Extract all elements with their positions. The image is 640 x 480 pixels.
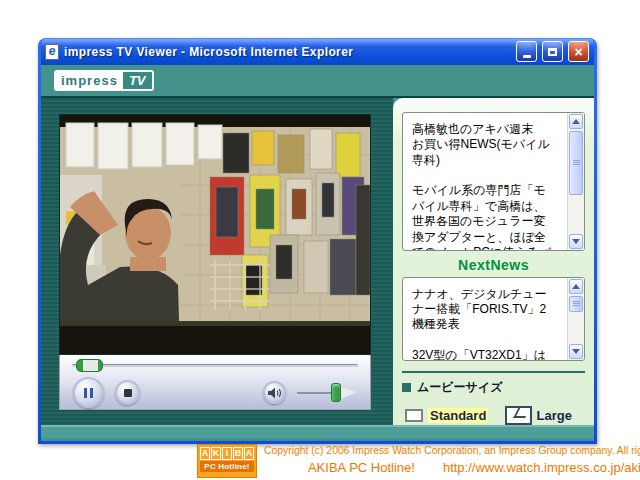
news-panel: 高橋敏也のアキバ週末 お買い得NEWS(モバイル 専科) モバイル系の専門店「モ… bbox=[393, 98, 594, 425]
seek-track[interactable] bbox=[72, 364, 358, 367]
panel-divider bbox=[402, 371, 585, 373]
next-news-label: NextNews bbox=[402, 257, 585, 273]
ie-window: e impress TV Viewer - Microsoft Internet… bbox=[38, 38, 597, 444]
pause-icon bbox=[84, 388, 93, 398]
logo-letter: I bbox=[222, 447, 232, 460]
current-news-box: 高橋敏也のアキバ週末 お買い得NEWS(モバイル 専科) モバイル系の専門店「モ… bbox=[402, 112, 585, 251]
scroll-down-button[interactable] bbox=[569, 344, 583, 359]
square-bullet-icon bbox=[402, 383, 411, 392]
arrow-down-icon bbox=[572, 239, 580, 248]
large-label: Large bbox=[537, 408, 572, 423]
minimize-button[interactable] bbox=[516, 41, 537, 62]
impress-tv-logo: impress TV bbox=[54, 70, 154, 91]
scroll-thumb[interactable] bbox=[569, 296, 583, 312]
scroll-track[interactable] bbox=[569, 295, 583, 343]
scroll-up-button[interactable] bbox=[569, 114, 583, 129]
main-area: 高橋敏也のアキバ週末 お買い得NEWS(モバイル 専科) モバイル系の専門店「モ… bbox=[41, 98, 594, 425]
window-foot-band bbox=[41, 425, 594, 441]
pause-button[interactable] bbox=[73, 377, 104, 408]
scroll-thumb[interactable] bbox=[569, 131, 583, 195]
brand-bar: impress TV bbox=[41, 65, 594, 98]
next-news-text: ナナオ、デジタルチュー ナー搭載「FORIS.TV」2 機種発表 32V型の「V… bbox=[403, 278, 567, 360]
footer-links-row: AKIBA PC Hotline! http://www.watch.impre… bbox=[264, 460, 640, 475]
window-title: impress TV Viewer - Microsoft Internet E… bbox=[64, 45, 511, 59]
stop-button[interactable] bbox=[115, 380, 140, 405]
footer-text: Copyright (c) 2006 Impress Watch Corpora… bbox=[264, 444, 640, 478]
large-size-icon bbox=[505, 406, 532, 425]
arrow-up-icon bbox=[572, 115, 580, 124]
video-frame bbox=[59, 114, 371, 355]
site-name-link[interactable]: AKIBA PC Hotline! bbox=[308, 460, 415, 475]
close-icon: × bbox=[574, 45, 582, 59]
minimize-icon bbox=[523, 55, 531, 58]
maximize-icon bbox=[548, 48, 557, 56]
scroll-up-button[interactable] bbox=[569, 279, 583, 294]
stop-icon bbox=[124, 389, 132, 397]
maximize-button[interactable] bbox=[542, 41, 563, 62]
mute-button[interactable] bbox=[263, 381, 286, 404]
arrow-up-icon bbox=[572, 280, 580, 289]
window-body: impress TV bbox=[41, 65, 594, 441]
movie-size-options: Standard Large bbox=[402, 406, 585, 425]
scrollbar[interactable] bbox=[567, 278, 584, 360]
copyright-line: Copyright (c) 2006 Impress Watch Corpora… bbox=[264, 444, 640, 457]
player-control-bar bbox=[59, 355, 371, 410]
seek-bar[interactable] bbox=[60, 355, 370, 376]
akiba-pc-hotline-logo[interactable]: A K I B A PC Hotline! bbox=[197, 444, 257, 478]
internet-explorer-icon: e bbox=[45, 44, 59, 60]
movie-size-heading: ムービーサイズ bbox=[402, 379, 585, 396]
standard-label: Standard bbox=[428, 408, 488, 423]
current-news-text: 高橋敏也のアキバ週末 お買い得NEWS(モバイル 専科) モバイル系の専門店「モ… bbox=[403, 113, 567, 250]
movie-size-label: ムービーサイズ bbox=[417, 379, 502, 396]
speaker-icon bbox=[268, 387, 281, 399]
logo-subtitle: PC Hotline! bbox=[200, 461, 254, 472]
logo-impress-text: impress bbox=[56, 72, 123, 89]
grip-icon bbox=[573, 301, 580, 306]
seek-thumb[interactable] bbox=[76, 359, 103, 372]
scrollbar[interactable] bbox=[567, 113, 584, 250]
logo-tv-text: TV bbox=[123, 72, 152, 89]
akiba-logo-letters: A K I B A bbox=[200, 447, 254, 460]
video-still bbox=[60, 115, 370, 354]
scroll-down-button[interactable] bbox=[569, 234, 583, 249]
video-column bbox=[41, 98, 393, 425]
volume-wedge bbox=[341, 387, 357, 399]
arrow-down-icon bbox=[572, 349, 580, 358]
page-footer: A K I B A PC Hotline! Copyright (c) 2006… bbox=[197, 444, 638, 478]
volume-slider[interactable] bbox=[297, 381, 357, 405]
logo-letter: A bbox=[244, 447, 254, 460]
next-news-box: ナナオ、デジタルチュー ナー搭載「FORIS.TV」2 機種発表 32V型の「V… bbox=[402, 277, 585, 361]
logo-letter: A bbox=[200, 447, 210, 460]
logo-letter: K bbox=[211, 447, 221, 460]
scroll-track[interactable] bbox=[569, 130, 583, 233]
page: e impress TV Viewer - Microsoft Internet… bbox=[0, 0, 640, 480]
size-option-large[interactable]: Large bbox=[505, 406, 572, 425]
title-bar[interactable]: e impress TV Viewer - Microsoft Internet… bbox=[41, 38, 594, 65]
grip-icon bbox=[573, 160, 580, 165]
size-option-standard[interactable]: Standard bbox=[405, 408, 488, 423]
logo-letter: B bbox=[233, 447, 243, 460]
volume-thumb[interactable] bbox=[331, 383, 341, 402]
close-button[interactable]: × bbox=[568, 41, 589, 62]
standard-size-icon bbox=[405, 409, 423, 422]
player-buttons-row bbox=[60, 376, 370, 409]
site-url-link[interactable]: http://www.watch.impress.co.jp/akiba/ bbox=[443, 460, 640, 475]
